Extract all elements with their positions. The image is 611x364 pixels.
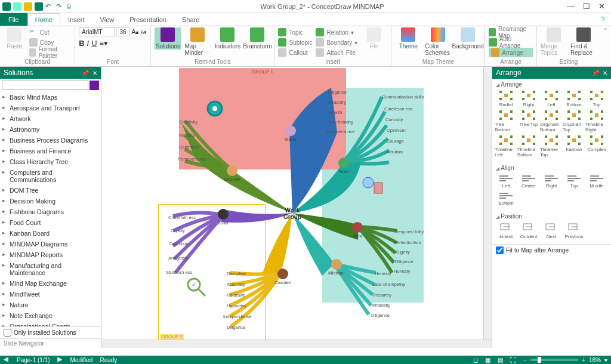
indicators-button[interactable]: Indicators (214, 27, 240, 50)
zoom-out-icon[interactable]: − (523, 357, 527, 363)
solutions-item[interactable]: Note Exchange (0, 310, 101, 321)
solutions-item[interactable]: MINDMAP Reports (0, 249, 101, 260)
increase-font-icon[interactable]: A▴ (131, 28, 139, 36)
trait-label[interactable]: Diligence (227, 325, 245, 330)
trait-label[interactable]: Loyalty (171, 228, 185, 233)
status-prev-icon[interactable]: ⯇ (4, 357, 10, 363)
align-item[interactable]: Left (495, 174, 517, 189)
arrange-close-icon[interactable]: ✕ (603, 70, 607, 76)
align-item[interactable]: Center (517, 174, 540, 189)
boundary-button[interactable]: Boundary▾ (316, 38, 357, 47)
trait-label[interactable]: Pedantry (328, 100, 346, 105)
decrease-font-icon[interactable]: A▾ (140, 29, 147, 35)
arrange-item[interactable]: Orgchart Top (563, 110, 585, 132)
arrange-item[interactable]: Timeline Right (585, 110, 608, 132)
maximize-button[interactable]: ☐ (583, 2, 590, 11)
solutions-item[interactable]: Class Hierarchy Tree (0, 156, 101, 167)
close-button[interactable]: ✕ (598, 2, 605, 11)
search-button[interactable] (90, 81, 99, 90)
person-noel[interactable]: Noel (338, 158, 349, 174)
arrange-button[interactable]: Arrange (489, 48, 533, 57)
minimize-button[interactable]: — (567, 2, 575, 11)
attach-button[interactable]: Attach File (316, 48, 357, 57)
trait-label[interactable]: Stealth (328, 110, 342, 115)
slide-navigator[interactable]: Slide Navigator (0, 338, 101, 348)
subtopic-button[interactable]: Subtopic (278, 38, 312, 47)
arrange-item[interactable]: Timeline Bottom (517, 135, 540, 158)
trait-label[interactable]: Perfectionism (394, 240, 421, 245)
position-item[interactable]: Outdent (517, 222, 540, 239)
arrange-item[interactable]: Timeline Left (495, 135, 517, 158)
trait-label[interactable]: Restraint (227, 292, 245, 298)
trait-label[interactable]: Irritability (372, 303, 390, 308)
solutions-item[interactable]: MindTweet (0, 289, 101, 300)
arrange-item[interactable]: Complex (585, 135, 608, 158)
relation-button[interactable]: Relation▾ (316, 27, 357, 37)
align-item[interactable]: Top (563, 174, 585, 189)
solutions-item[interactable]: Kanban Board (0, 228, 101, 239)
color-schemes-button[interactable]: Color Schemes (425, 27, 451, 56)
collapse-ribbon-icon[interactable]: ˄ (600, 26, 611, 66)
help-icon[interactable]: ? (601, 13, 611, 26)
arrange-pin-icon[interactable]: 📌 (592, 70, 599, 76)
trait-label[interactable]: Honesty (394, 269, 411, 274)
trait-label[interactable]: Slow thinking (327, 119, 353, 125)
position-item[interactable]: Previous (563, 222, 585, 239)
solutions-item[interactable]: DOM Tree (0, 185, 101, 196)
status-view-icon-1[interactable]: ◻ (473, 357, 478, 363)
trait-label[interactable]: Diligence (395, 259, 413, 264)
canvas[interactable]: GROUP 1 GROUP 2 ✓ (101, 67, 483, 340)
redo-icon[interactable]: ↷ (56, 2, 64, 11)
trait-label[interactable]: Pedantry (374, 292, 391, 298)
zoom-control[interactable]: − + 16% ▾ (523, 357, 607, 363)
open-icon[interactable] (24, 2, 32, 11)
trait-label[interactable]: Optimism (169, 241, 189, 246)
arrange-item[interactable]: Bottom (563, 90, 585, 107)
solutions-item[interactable]: Business and Finance (0, 146, 101, 156)
format-painter-button[interactable]: Format Painter (29, 48, 71, 57)
solutions-search-input[interactable] (2, 81, 88, 90)
status-view-icon-2[interactable]: ▦ (485, 357, 490, 363)
zoom-dropdown-icon[interactable]: ▾ (604, 357, 607, 363)
font-name-select[interactable]: ArialMT (79, 27, 115, 36)
trait-label[interactable]: Cheerfuln ess (168, 215, 196, 220)
callout-button[interactable]: Callout (278, 48, 312, 57)
trait-label[interactable]: Honesty (375, 271, 391, 276)
canvas-scrollbar-horizontal[interactable] (101, 340, 492, 348)
tab-presentation[interactable]: Presentation (122, 13, 174, 26)
position-item[interactable]: Next (540, 222, 563, 239)
print-icon[interactable]: ⎙ (67, 2, 75, 11)
zoom-in-icon[interactable]: + (582, 357, 585, 363)
brainstorm-button[interactable]: Brainstorm (244, 27, 270, 50)
solutions-item[interactable]: Business Process Diagrams (0, 135, 101, 146)
theme-button[interactable]: Theme (395, 27, 421, 50)
tab-home[interactable]: Home (27, 13, 60, 26)
solutions-item[interactable]: Astronomy (0, 124, 101, 135)
tab-insert[interactable]: Insert (60, 13, 92, 26)
trait-label[interactable]: Lack of empathy (372, 282, 405, 287)
solutions-item[interactable]: Computers and Communications (0, 167, 101, 185)
person-julia[interactable]: Julia (218, 209, 229, 226)
solutions-item[interactable]: Decision Making (0, 196, 101, 206)
arrange-item[interactable]: Tree Bottom (495, 110, 517, 132)
arrange-item[interactable]: Right (517, 90, 540, 107)
trait-label[interactable]: Optimism (387, 128, 406, 133)
person-maria[interactable]: Maria (285, 125, 297, 142)
align-item[interactable]: Middle (585, 174, 608, 189)
solutions-list[interactable]: Basic Mind MapsAerospace and TransportAr… (0, 92, 101, 326)
trait-label[interactable]: Discipline (227, 271, 246, 276)
solutions-item[interactable]: Organizational Charts (0, 321, 101, 326)
trait-label[interactable]: Altruism (387, 149, 403, 155)
person-carmen[interactable]: Carmen (274, 269, 291, 285)
new-icon[interactable] (13, 2, 21, 11)
arrange-item[interactable]: Timeline Top (540, 135, 563, 158)
trait-label[interactable]: Communication skills (382, 94, 424, 100)
trait-label[interactable]: Diligence (371, 313, 390, 318)
more-font-icon[interactable]: ≡▾ (100, 39, 109, 48)
topic-button[interactable]: Topic (278, 27, 312, 37)
trait-label[interactable]: Morality (179, 132, 195, 138)
canvas-scrollbar-vertical[interactable] (483, 67, 492, 340)
position-item[interactable]: Indent (495, 222, 517, 239)
auto-arrange-button[interactable]: Auto Arrange (489, 38, 533, 47)
trait-label[interactable]: Responsi bility (395, 229, 424, 235)
